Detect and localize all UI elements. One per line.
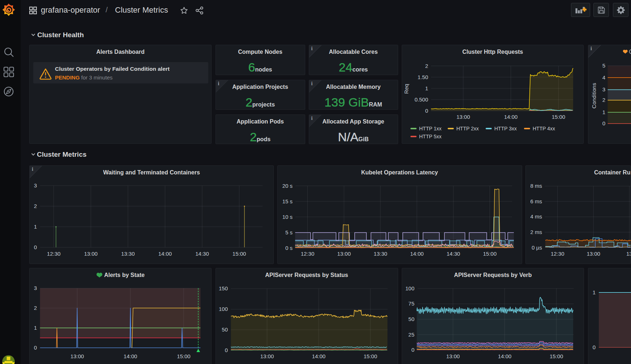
svg-text:13:30: 13:30 — [121, 251, 135, 257]
svg-text:1: 1 — [425, 85, 428, 91]
svg-text:12:30: 12:30 — [551, 251, 564, 257]
svg-text:13:00: 13:00 — [446, 353, 460, 359]
svg-text:1: 1 — [593, 289, 596, 295]
svg-text:14:00: 14:00 — [312, 353, 325, 359]
svg-text:14:00: 14:00 — [498, 353, 512, 359]
svg-text:4: 4 — [602, 74, 605, 81]
svg-text:0: 0 — [225, 347, 227, 353]
svg-text:2: 2 — [602, 97, 605, 103]
svg-text:15 s: 15 s — [282, 198, 292, 204]
svg-text:Req: Req — [403, 84, 409, 94]
svg-text:0 µs: 0 µs — [532, 244, 542, 250]
svg-text:0: 0 — [412, 347, 414, 353]
svg-text:4 ms: 4 ms — [530, 213, 542, 220]
svg-text:12:30: 12:30 — [300, 251, 314, 257]
svg-text:20 s: 20 s — [282, 182, 292, 188]
svg-text:Conditions: Conditions — [591, 83, 597, 109]
svg-text:15:00: 15:00 — [177, 353, 191, 359]
svg-text:13:00: 13:00 — [587, 251, 600, 257]
svg-text:15:00: 15:00 — [483, 251, 496, 257]
svg-text:0: 0 — [593, 344, 596, 350]
svg-text:13:00: 13:00 — [84, 251, 98, 257]
svg-text:100: 100 — [218, 306, 227, 312]
svg-text:2 ms: 2 ms — [530, 229, 542, 235]
svg-text:1.50: 1.50 — [418, 74, 428, 80]
svg-text:75: 75 — [408, 300, 414, 307]
svg-text:1: 1 — [602, 109, 605, 115]
svg-text:14:00: 14:00 — [504, 114, 518, 120]
svg-text:13:30: 13:30 — [374, 251, 387, 257]
svg-text:25: 25 — [408, 331, 414, 337]
svg-text:14:00: 14:00 — [124, 353, 137, 359]
svg-text:14:30: 14:30 — [195, 251, 209, 257]
svg-text:14:00: 14:00 — [410, 251, 424, 257]
svg-text:1: 1 — [34, 325, 37, 331]
svg-text:3: 3 — [34, 182, 37, 188]
svg-text:13:00: 13:00 — [71, 353, 84, 359]
svg-text:13:00: 13:00 — [456, 114, 470, 120]
svg-text:150: 150 — [218, 285, 227, 291]
svg-text:13:3: 13:3 — [626, 251, 631, 257]
svg-text:10 s: 10 s — [282, 213, 292, 220]
svg-text:2: 2 — [34, 203, 37, 209]
svg-text:15:00: 15:00 — [363, 353, 377, 359]
svg-text:100: 100 — [405, 285, 414, 291]
svg-text:12:30: 12:30 — [47, 251, 61, 257]
svg-text:13:00: 13:00 — [260, 353, 274, 359]
svg-text:14:00: 14:00 — [158, 251, 172, 257]
svg-text:13:00: 13:00 — [337, 251, 351, 257]
svg-text:3: 3 — [602, 86, 605, 92]
svg-text:15:00: 15:00 — [550, 353, 563, 359]
svg-text:50: 50 — [408, 316, 414, 322]
svg-text:8 ms: 8 ms — [530, 183, 542, 189]
svg-text:0: 0 — [425, 108, 428, 114]
svg-text:2: 2 — [425, 63, 428, 69]
svg-text:5 s: 5 s — [285, 229, 292, 235]
svg-text:5: 5 — [602, 62, 605, 69]
svg-text:3: 3 — [34, 285, 37, 291]
svg-text:0: 0 — [34, 344, 37, 351]
svg-text:2: 2 — [34, 305, 37, 311]
svg-text:0 s: 0 s — [285, 244, 292, 251]
svg-text:0.500: 0.500 — [414, 96, 428, 103]
svg-text:15:00: 15:00 — [552, 114, 566, 120]
svg-text:50: 50 — [222, 326, 228, 333]
svg-text:0: 0 — [602, 120, 605, 126]
svg-text:6 ms: 6 ms — [530, 198, 542, 204]
svg-text:15:00: 15:00 — [233, 251, 246, 257]
svg-text:14:30: 14:30 — [446, 251, 460, 257]
svg-text:1: 1 — [34, 224, 37, 230]
svg-text:0: 0 — [34, 244, 37, 250]
